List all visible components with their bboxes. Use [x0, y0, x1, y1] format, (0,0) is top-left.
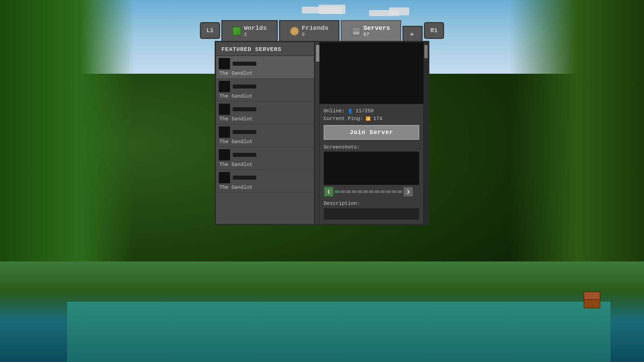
- nav-dot-10: [392, 190, 396, 193]
- tab-servers-count: 67: [363, 32, 369, 38]
- screenshot-next-button[interactable]: ❯: [403, 187, 413, 197]
- tab-servers[interactable]: Servers 67: [341, 20, 401, 41]
- nav-dot-5: [363, 190, 368, 193]
- tab-friends-count: 0: [302, 32, 305, 38]
- tabs-row: L1 Worlds 2 Friends 0 Servers 6: [200, 20, 444, 41]
- nav-dot-7: [375, 190, 379, 193]
- server-item[interactable]: The Sandlot: [216, 170, 314, 193]
- online-count: 11/250: [356, 108, 374, 114]
- description-content: [324, 208, 419, 220]
- server-name-bar-2: [233, 107, 256, 111]
- ping-value: 174: [373, 116, 382, 122]
- online-icon: 👤: [347, 109, 353, 114]
- nav-dot-9: [386, 190, 391, 193]
- worlds-icon: [232, 27, 241, 36]
- detail-scrollbar-thumb: [424, 45, 428, 58]
- screenshot-nav: ❮: [324, 187, 419, 197]
- nav-dot-8: [380, 190, 385, 193]
- server-icon-3: [219, 126, 230, 138]
- server-name-bar-1: [233, 84, 256, 88]
- server-details: Online: 👤 11/250 Current Ping: 📶 174 Joi…: [320, 104, 423, 224]
- server-name-bar-4: [233, 153, 256, 157]
- server-detail-panel: Online: 👤 11/250 Current Ping: 📶 174 Joi…: [320, 42, 423, 224]
- server-name-bar-0: [233, 62, 256, 66]
- server-icon-5: [219, 172, 230, 183]
- tab-worlds-label: Worlds: [244, 24, 267, 32]
- server-name-0: The Sandlot: [219, 71, 311, 76]
- screenshots-viewer: [324, 152, 419, 185]
- ping-row: Current Ping: 📶 174: [324, 116, 419, 122]
- r1-button[interactable]: R1: [424, 22, 444, 39]
- screenshots-section: Screenshots: ❮: [324, 144, 419, 197]
- server-name-bar-5: [233, 176, 256, 180]
- ui-overlay: L1 Worlds 2 Friends 0 Servers 6: [0, 0, 644, 362]
- friends-icon: [290, 27, 299, 36]
- tab-friends[interactable]: Friends 0: [279, 20, 339, 41]
- server-item[interactable]: The Sandlot: [216, 147, 314, 170]
- server-name-4: The Sandlot: [219, 162, 311, 168]
- server-list-scroll[interactable]: The Sandlot The Sandlot The: [216, 56, 314, 224]
- nav-dot-0: [335, 190, 339, 193]
- list-scrollbar[interactable]: [315, 42, 320, 224]
- screenshot-prev-button[interactable]: ❮: [324, 187, 334, 197]
- server-icon-4: [219, 149, 230, 161]
- server-name-2: The Sandlot: [219, 116, 311, 122]
- nav-dot-11: [397, 190, 402, 193]
- l1-button[interactable]: L1: [200, 22, 220, 39]
- nav-dot-2: [346, 190, 351, 193]
- server-item[interactable]: The Sandlot: [216, 124, 314, 147]
- server-icon-0: [219, 58, 230, 69]
- list-scrollbar-thumb: [316, 45, 319, 62]
- server-item[interactable]: The Sandlot: [216, 79, 314, 102]
- server-name-5: The Sandlot: [219, 185, 311, 190]
- tab-friends-label: Friends: [302, 24, 328, 32]
- tab-extra[interactable]: ▶: [402, 26, 423, 41]
- online-row: Online: 👤 11/250: [324, 108, 419, 114]
- ping-icon: 📶: [366, 116, 371, 121]
- nav-dot-3: [352, 190, 357, 193]
- ping-label: Current Ping:: [324, 116, 363, 122]
- detail-scrollbar[interactable]: [423, 42, 428, 224]
- server-list-panel: FEATURED SERVERS The Sandlot: [216, 42, 315, 224]
- nav-dot-1: [340, 190, 345, 193]
- server-name-1: The Sandlot: [219, 94, 311, 99]
- servers-icon: [352, 27, 361, 36]
- server-item[interactable]: The Sandlot: [216, 102, 314, 124]
- panel-title: FEATURED SERVERS: [216, 42, 314, 56]
- server-preview-image: [320, 42, 423, 104]
- server-icon-1: [219, 81, 230, 92]
- tab-servers-label: Servers: [363, 24, 390, 32]
- screenshot-nav-dots: [335, 190, 402, 193]
- nav-dot-6: [369, 190, 374, 193]
- online-label: Online:: [324, 108, 345, 114]
- server-name-3: The Sandlot: [219, 139, 311, 145]
- server-name-bar-3: [233, 130, 256, 134]
- main-dialog: FEATURED SERVERS The Sandlot: [215, 41, 429, 225]
- join-server-button[interactable]: Join Server: [324, 125, 419, 140]
- description-section: Description:: [324, 201, 419, 220]
- server-icon-2: [219, 104, 230, 115]
- description-label: Description:: [324, 201, 419, 206]
- nav-dot-4: [358, 190, 362, 193]
- tab-worlds-count: 2: [244, 32, 247, 38]
- server-item[interactable]: The Sandlot: [216, 56, 314, 79]
- screenshots-label: Screenshots:: [324, 144, 419, 150]
- tab-worlds[interactable]: Worlds 2: [221, 20, 278, 41]
